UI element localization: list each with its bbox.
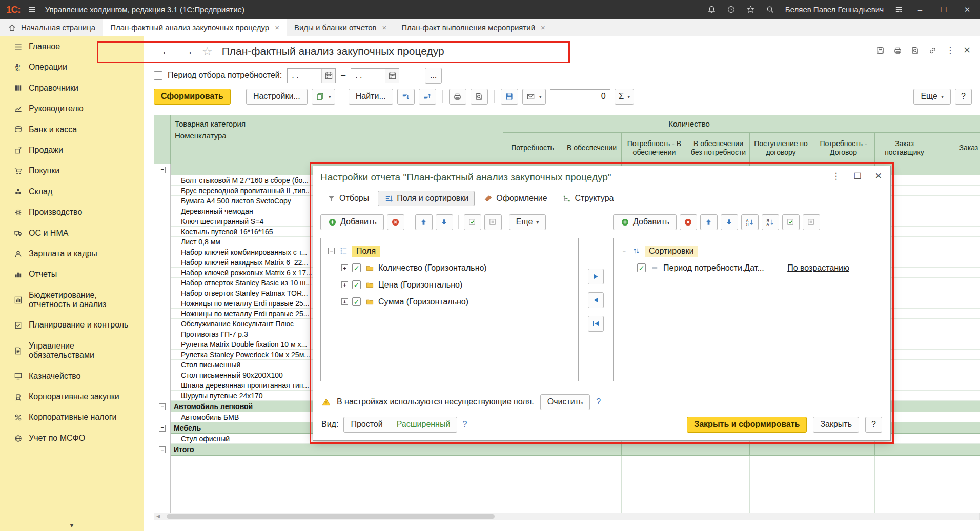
settings-button[interactable]: Настройки...	[246, 89, 308, 105]
sidebar-item[interactable]: Планирование и контроль	[0, 315, 144, 335]
print-preview-button[interactable]	[471, 89, 488, 105]
item-checkbox[interactable]: ✓	[637, 263, 646, 272]
send-mail-button[interactable]: ▾	[522, 89, 546, 105]
collapse-expander-icon[interactable]: −	[159, 403, 166, 410]
maximize-button[interactable]: ☐	[937, 5, 950, 14]
sort-uncheck-all-button[interactable]	[803, 214, 820, 230]
settings-tab[interactable]: Оформление	[477, 191, 553, 206]
clear-settings-button[interactable]: Очистить	[540, 394, 590, 410]
fields-root-label[interactable]: Поля	[352, 246, 380, 257]
date-from-value[interactable]: . .	[288, 69, 321, 83]
add-sorting-button[interactable]: Добавить	[613, 214, 677, 230]
notifications-bell-icon[interactable]	[707, 5, 717, 14]
sort-ascending-button[interactable]: АЯ	[741, 214, 759, 230]
save-icon[interactable]	[876, 46, 885, 55]
print-button[interactable]	[449, 89, 466, 105]
calendar-button[interactable]	[385, 69, 399, 83]
more-kebab-icon[interactable]: ⋮	[946, 45, 955, 56]
period-checkbox[interactable]	[154, 71, 162, 80]
document-tab[interactable]: План-фактный анализ закупочных процедур×	[103, 19, 287, 36]
find-button[interactable]: Найти...	[349, 89, 393, 105]
user-name[interactable]: Беляев Павел Геннадьевич	[785, 5, 884, 14]
history-icon[interactable]	[727, 5, 736, 14]
search-icon[interactable]	[766, 5, 775, 14]
help-button[interactable]: ?	[955, 89, 972, 105]
sort-check-all-button[interactable]	[782, 214, 800, 230]
tab-home[interactable]: Начальная страница	[0, 19, 103, 36]
sidebar-item[interactable]: Продажи	[0, 140, 144, 160]
sidebar-item[interactable]: Покупки	[0, 160, 144, 181]
sort-move-down-button[interactable]	[721, 214, 738, 230]
sortings-tree-root[interactable]: − Сортировки	[614, 242, 870, 259]
copy-settings-button[interactable]: ▾	[312, 89, 335, 105]
dialog-maximize-icon[interactable]: ☐	[854, 171, 862, 181]
dialog-help-button[interactable]: ?	[865, 417, 882, 433]
view-help-link[interactable]: ?	[462, 420, 467, 429]
close-button[interactable]: Закрыть	[813, 417, 859, 433]
sort-move-up-button[interactable]	[700, 214, 718, 230]
document-tab[interactable]: План-факт выполнения мероприятий×	[394, 19, 553, 36]
sidebar-item[interactable]: ДтКтОперации	[0, 57, 144, 77]
scroll-left-arrow-icon[interactable]: ◀	[156, 514, 160, 519]
generate-button[interactable]: Сформировать	[154, 89, 231, 105]
sortings-root-label[interactable]: Сортировки	[645, 246, 698, 257]
get-link-icon[interactable]	[928, 46, 937, 55]
expand-expander-icon[interactable]: +	[341, 281, 348, 288]
favorite-star-icon[interactable]: ☆	[202, 45, 213, 58]
minimize-button[interactable]: –	[913, 5, 927, 14]
move-down-button[interactable]	[436, 214, 453, 230]
sum-button[interactable]: Σ▾	[615, 89, 635, 105]
collapse-expander-icon[interactable]: −	[328, 248, 335, 254]
sidebar-item[interactable]: Управление обязательствами	[0, 336, 144, 366]
date-to-field[interactable]: . .	[351, 68, 399, 83]
fields-more-button[interactable]: Еще▾	[509, 214, 546, 230]
move-right-button[interactable]	[588, 269, 604, 284]
dialog-close-icon[interactable]: ✕	[875, 171, 882, 181]
sidebar-item[interactable]: Склад	[0, 181, 144, 202]
period-ellipsis-button[interactable]: ...	[425, 68, 442, 84]
date-to-value[interactable]: . .	[351, 69, 385, 83]
sidebar-item[interactable]: Казначейство	[0, 366, 144, 386]
sidebar-item[interactable]: ОС и НМА	[0, 223, 144, 243]
more-button[interactable]: Еще▾	[913, 89, 951, 105]
sidebar-item[interactable]: Корпоративные налоги	[0, 407, 144, 427]
sort-descending-button[interactable]: ЯА	[762, 214, 779, 230]
collapse-expander-icon[interactable]: −	[159, 425, 166, 432]
sidebar-item[interactable]: Справочники	[0, 78, 144, 98]
fields-tree-item[interactable]: +✓Сумма (Горизонтально)	[321, 293, 578, 310]
form-close-icon[interactable]: ✕	[963, 45, 971, 56]
sidebar-more-chevron-icon[interactable]: ▼	[0, 522, 144, 529]
fields-tree-root[interactable]: − Поля	[321, 242, 578, 259]
scrollbar-thumb[interactable]	[167, 514, 495, 519]
sidebar-item[interactable]: Бюджетирование, отчетность и анализ	[0, 285, 144, 315]
move-all-left-button[interactable]	[588, 316, 604, 332]
close-and-generate-button[interactable]: Закрыть и сформировать	[687, 417, 807, 433]
tab-close-icon[interactable]: ×	[541, 23, 545, 32]
move-up-button[interactable]	[415, 214, 433, 230]
fields-tree-item[interactable]: +✓Количество (Горизонтально)	[321, 259, 578, 276]
move-left-button[interactable]	[588, 292, 604, 308]
settings-tab[interactable]: Отборы	[320, 191, 375, 206]
calendar-button[interactable]	[321, 69, 335, 83]
check-all-button[interactable]	[464, 214, 481, 230]
sort-direction-link[interactable]: По возрастанию	[787, 263, 849, 273]
date-from-field[interactable]: . .	[287, 68, 336, 83]
back-button[interactable]: ←	[159, 45, 174, 57]
sidebar-item[interactable]: Главное	[0, 36, 144, 57]
sidebar-item[interactable]: Руководителю	[0, 98, 144, 119]
sidebar-item[interactable]: Производство	[0, 202, 144, 222]
collapse-expander-icon[interactable]: −	[159, 167, 166, 173]
item-checkbox[interactable]: ✓	[352, 263, 361, 272]
tab-close-icon[interactable]: ×	[275, 23, 279, 32]
counter-field[interactable]: 0	[550, 89, 610, 104]
settings-tab[interactable]: Структура	[556, 191, 620, 206]
collapse-groups-button[interactable]	[397, 89, 415, 105]
sidebar-item[interactable]: Зарплата и кадры	[0, 243, 144, 264]
document-tab[interactable]: Виды и бланки отчетов×	[287, 19, 394, 36]
service-menu-icon[interactable]	[894, 5, 903, 14]
print-icon[interactable]	[893, 46, 903, 55]
settings-tab[interactable]: Поля и сортировки	[378, 191, 475, 206]
dialog-kebab-icon[interactable]: ⋮	[832, 171, 841, 181]
add-field-button[interactable]: Добавить	[320, 214, 384, 230]
forward-button[interactable]: →	[180, 45, 196, 57]
